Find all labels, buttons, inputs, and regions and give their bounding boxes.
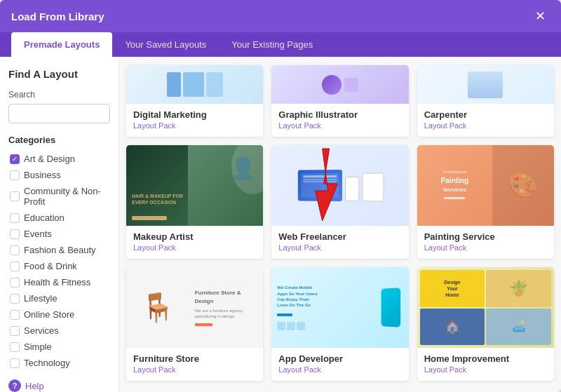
thumb-digital-marketing [126, 65, 263, 104]
search-input[interactable] [8, 104, 110, 123]
card-sub-furniture-store: Layout Pack [133, 365, 256, 374]
category-label-health: Health & Fitness [24, 277, 90, 288]
category-label-fashion: Fashion & Beauty [24, 245, 96, 255]
card-sub-home-improvement: Layout Pack [424, 365, 547, 374]
card-sub-carpenter: Layout Pack [424, 121, 547, 130]
category-item-online-store[interactable]: Online Store [8, 306, 110, 323]
thumb-app-developer: We Create MobileApps So Your UsersCan En… [271, 267, 408, 348]
category-label-food: Food & Drink [24, 261, 77, 271]
card-title-painting-service: Painting Service [424, 231, 547, 242]
category-label-online-store: Online Store [24, 309, 74, 320]
category-check-events [10, 229, 20, 239]
card-info-web-freelancer: Web Freelancer Layout Pack [271, 226, 408, 259]
card-info-furniture-store: Furniture Store Layout Pack [126, 348, 263, 381]
tab-existing[interactable]: Your Existing Pages [219, 32, 325, 57]
modal: Load From Library ✕ Premade Layouts Your… [0, 0, 561, 392]
tabs-bar: Premade Layouts Your Saved Layouts Your … [0, 32, 561, 57]
card-title-app-developer: App Developer [278, 353, 401, 364]
category-check-simple [10, 342, 20, 352]
tab-premade[interactable]: Premade Layouts [11, 32, 112, 57]
category-label-events: Events [24, 229, 52, 239]
category-check-online-store [10, 310, 20, 320]
card-furniture-store[interactable]: 🪑 Furniture Store &Design We are a furni… [126, 267, 263, 381]
category-check-fashion [10, 245, 20, 255]
tab-saved[interactable]: Your Saved Layouts [112, 32, 219, 57]
card-title-carpenter: Carpenter [424, 109, 547, 120]
category-item-technology[interactable]: Technology [8, 355, 110, 371]
category-check-community [10, 191, 20, 201]
category-item-lifestyle[interactable]: Lifestyle [8, 290, 110, 306]
category-item-events[interactable]: Events [8, 226, 110, 242]
category-label-art: Art & Design [24, 154, 75, 164]
card-info-home-improvement: Home Improvement Layout Pack [417, 348, 554, 381]
thumb-home-improvement: DesignYourHome 🪴 🏠 🛋️ [417, 267, 554, 348]
card-sub-graphic-illustrator: Layout Pack [278, 121, 401, 130]
thumb-makeup-artist: HAIR & MAKEUP FOREVERY OCCASION 👤 [126, 145, 263, 226]
category-item-health[interactable]: Health & Fitness [8, 274, 110, 290]
category-check-lifestyle [10, 294, 20, 304]
category-item-community[interactable]: Community & Non-Profit [8, 183, 110, 210]
card-title-home-improvement: Home Improvement [424, 353, 547, 364]
card-title-makeup-artist: Makeup Artist [133, 231, 256, 242]
category-label-community: Community & Non-Profit [24, 186, 109, 207]
category-check-technology [10, 358, 20, 368]
card-digital-marketing[interactable]: Digital Marketing Layout Pack [126, 65, 263, 137]
category-check-education [10, 213, 20, 223]
category-item-simple[interactable]: Simple [8, 339, 110, 355]
help-icon: ? [8, 379, 21, 392]
card-carpenter[interactable]: Carpenter Layout Pack [417, 65, 554, 137]
category-check-health [10, 278, 20, 288]
thumb-graphic-illustrator [271, 65, 408, 104]
category-item-services[interactable]: Services [8, 323, 110, 339]
card-info-painting-service: Painting Service Layout Pack [417, 226, 554, 259]
modal-header: Load From Library ✕ [0, 0, 561, 32]
category-item-education[interactable]: Education [8, 210, 110, 226]
card-info-carpenter: Carpenter Layout Pack [417, 104, 554, 137]
category-label-services: Services [24, 325, 59, 336]
card-graphic-illustrator[interactable]: Graphic Illustrator Layout Pack [271, 65, 408, 137]
furniture-chair-icon: 🪑 [140, 291, 175, 324]
card-makeup-artist[interactable]: HAIR & MAKEUP FOREVERY OCCASION 👤 Makeup… [126, 145, 263, 259]
category-check-business [10, 170, 20, 180]
layout-grid: HAIR & MAKEUP FOREVERY OCCASION 👤 Makeup… [126, 145, 554, 381]
category-label-business: Business [24, 170, 61, 180]
category-label-education: Education [24, 212, 65, 223]
card-sub-digital-marketing: Layout Pack [133, 121, 256, 130]
category-check-services [10, 326, 20, 336]
modal-title: Load From Library [11, 11, 104, 22]
category-item-fashion[interactable]: Fashion & Beauty [8, 242, 110, 258]
category-item-business[interactable]: Business [8, 167, 110, 183]
card-home-improvement[interactable]: DesignYourHome 🪴 🏠 🛋️ [417, 267, 554, 381]
makeup-thumb-text: HAIR & MAKEUP FOREVERY OCCASION [126, 187, 189, 226]
card-title-furniture-store: Furniture Store [133, 353, 256, 364]
categories-heading: Categories [8, 135, 110, 145]
card-sub-web-freelancer: Layout Pack [278, 243, 401, 252]
thumb-painting-service: Professional Painting Services 🎨 [417, 145, 554, 226]
category-item-food[interactable]: Food & Drink [8, 258, 110, 274]
card-app-developer[interactable]: We Create MobileApps So Your UsersCan En… [271, 267, 408, 381]
help-link[interactable]: ? Help [8, 371, 110, 392]
main-content: Digital Marketing Layout Pack Graphic Il… [119, 57, 561, 392]
card-web-freelancer[interactable]: Web Freelancer Layout Pack [271, 145, 408, 259]
card-painting-service[interactable]: Professional Painting Services 🎨 [417, 145, 554, 259]
mini-devices [298, 169, 384, 201]
category-label-simple: Simple [24, 342, 52, 352]
sidebar: Find A Layout Search Categories ✓ Art & … [0, 57, 119, 392]
card-title-graphic-illustrator: Graphic Illustrator [278, 109, 401, 120]
thumb-carpenter [417, 65, 554, 104]
category-check-art: ✓ [10, 154, 20, 164]
help-label: Help [25, 381, 44, 391]
modal-body: Find A Layout Search Categories ✓ Art & … [0, 57, 561, 392]
category-check-food [10, 262, 20, 271]
close-button[interactable]: ✕ [531, 7, 550, 25]
card-info-graphic-illustrator: Graphic Illustrator Layout Pack [271, 104, 408, 137]
card-title-digital-marketing: Digital Marketing [133, 109, 256, 120]
card-title-web-freelancer: Web Freelancer [278, 231, 401, 242]
painting-thumb-text: Professional Painting Services [423, 163, 487, 208]
card-info-makeup-artist: Makeup Artist Layout Pack [126, 226, 263, 259]
card-info-digital-marketing: Digital Marketing Layout Pack [126, 104, 263, 137]
thumb-web-freelancer [271, 145, 408, 226]
category-label-lifestyle: Lifestyle [24, 293, 58, 304]
card-info-app-developer: App Developer Layout Pack [271, 348, 408, 381]
category-item[interactable]: ✓ Art & Design [8, 151, 110, 167]
